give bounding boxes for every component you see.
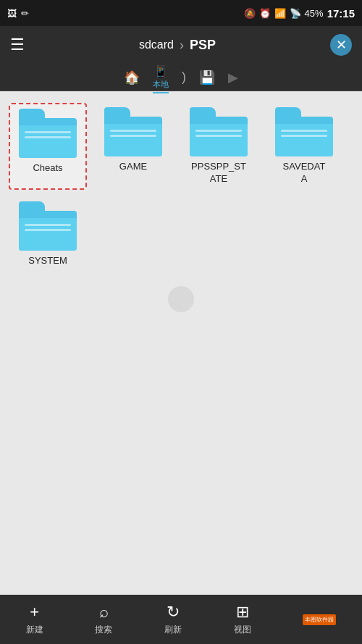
folder-grid: Cheats GAME <box>9 103 353 272</box>
folder-system[interactable]: SYSTEM <box>9 197 87 272</box>
path-psp: PSP <box>190 38 216 53</box>
refresh-button[interactable]: ↻ 刷新 <box>164 603 182 636</box>
scroll-indicator <box>168 286 194 312</box>
menu-icon[interactable]: ☰ <box>10 35 25 54</box>
view-button[interactable]: ⊞ 视图 <box>234 603 251 636</box>
folder-game-icon <box>104 107 162 156</box>
alarm-icon: ⏰ <box>259 8 271 19</box>
brand-mark: 丰图软件园 <box>303 614 336 625</box>
tab-separator: ) <box>182 70 186 85</box>
brand-button: 丰图软件园 <box>303 614 336 625</box>
folder-cheats[interactable]: Cheats <box>9 103 87 190</box>
search-icon: ⌕ <box>99 603 109 622</box>
folder-ppsspp-label: PPSSPP_STATE <box>191 161 246 185</box>
folder-system-icon <box>19 201 77 251</box>
screenshot-icon: 🖼 <box>7 8 17 19</box>
folder-savedata-icon <box>275 107 333 156</box>
more-icon: ▶ <box>228 70 238 85</box>
status-bar: 🖼 ✏ 🔕 ⏰ 📶 📡 45% 17:15 <box>0 0 362 26</box>
new-button[interactable]: + 新建 <box>26 603 43 636</box>
view-label: 视图 <box>234 624 251 636</box>
bottom-bar: + 新建 ⌕ 搜索 ↻ 刷新 ⊞ 视图 丰图软件园 <box>0 595 362 644</box>
tab-local-label: 本地 <box>153 79 169 90</box>
pencil-icon: ✏ <box>21 8 29 19</box>
tab-bar: 🏠 📱 本地 ) 💾 ▶ <box>0 64 362 91</box>
mute-icon: 🔕 <box>244 8 256 19</box>
new-icon: + <box>30 603 39 622</box>
top-nav: ☰ sdcard › PSP ✕ <box>0 26 362 64</box>
folder-system-label: SYSTEM <box>28 255 67 267</box>
remote-icon: 💾 <box>199 70 215 85</box>
path-separator: › <box>180 38 184 53</box>
folder-ppsspp-state[interactable]: PPSSPP_STATE <box>180 103 258 190</box>
refresh-icon: ↻ <box>167 603 180 622</box>
search-button[interactable]: ⌕ 搜索 <box>95 603 112 636</box>
search-label: 搜索 <box>95 624 112 636</box>
folder-cheats-label: Cheats <box>33 162 62 175</box>
folder-ppsspp-icon <box>190 107 248 156</box>
wifi-icon: 📶 <box>274 8 286 19</box>
main-content: Cheats GAME <box>0 91 362 595</box>
path-sdcard: sdcard <box>139 38 174 51</box>
folder-savedata[interactable]: SAVEDATA <box>265 103 343 190</box>
folder-game[interactable]: GAME <box>94 103 172 190</box>
close-button[interactable]: ✕ <box>330 34 352 56</box>
new-label: 新建 <box>26 624 43 636</box>
phone-icon: 📱 <box>153 64 168 78</box>
tab-local[interactable]: 📱 本地 <box>153 64 169 90</box>
signal-icon: 📡 <box>290 8 301 19</box>
folder-cheats-icon <box>19 109 77 158</box>
home-icon: 🏠 <box>124 70 140 85</box>
view-icon: ⊞ <box>236 603 249 622</box>
nav-path: sdcard › PSP <box>139 38 216 53</box>
clock: 17:15 <box>327 7 355 20</box>
folder-game-label: GAME <box>119 161 147 173</box>
battery-indicator: 45% <box>305 8 324 19</box>
refresh-label: 刷新 <box>164 624 182 636</box>
folder-savedata-label: SAVEDATA <box>283 161 326 185</box>
status-left-icons: 🖼 ✏ <box>7 8 29 19</box>
status-right-icons: 🔕 ⏰ 📶 📡 45% 17:15 <box>244 7 355 20</box>
